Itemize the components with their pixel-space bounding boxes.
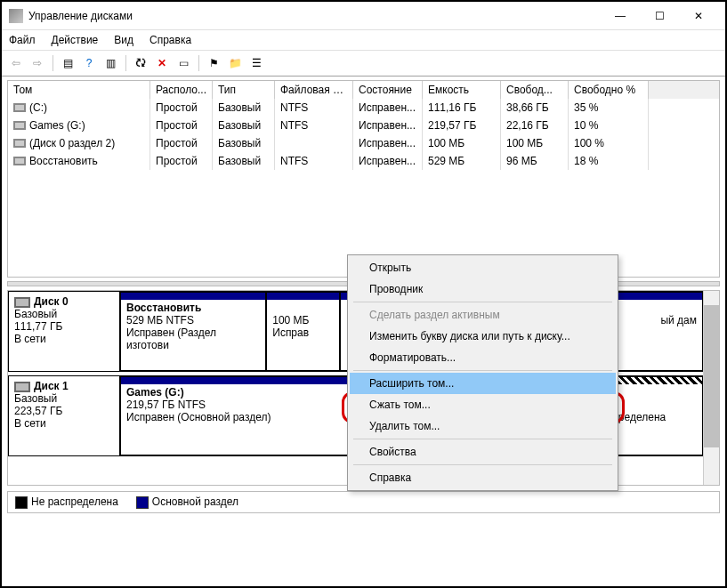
ctx-change-letter[interactable]: Изменить букву диска или путь к диску... (350, 326, 616, 347)
ctx-extend-volume[interactable]: Расширить том... (350, 373, 616, 394)
legend-primary-swatch (136, 496, 149, 509)
ctx-help[interactable]: Справка (350, 467, 616, 488)
menubar: Файл Действие Вид Справка (2, 30, 725, 50)
col-fs[interactable]: Файловая с... (275, 81, 353, 99)
disk-icon (14, 382, 30, 392)
toolbar: ⇦ ⇨ ▤ ? ▥ 🗘 ✕ ▭ ⚑ 📁 ☰ (2, 50, 725, 77)
disk-header[interactable]: Диск 1 Базовый 223,57 ГБ В сети (8, 375, 120, 456)
ctx-make-active: Сделать раздел активным (350, 304, 616, 326)
col-layout[interactable]: Располо... (150, 81, 213, 99)
ctx-explorer[interactable]: Проводник (350, 278, 616, 300)
list-icon[interactable]: ☰ (247, 54, 265, 72)
delete-icon[interactable]: ✕ (153, 54, 171, 72)
volume-list: Том Располо... Тип Файловая с... Состоян… (7, 80, 720, 278)
properties-icon[interactable]: ▭ (174, 54, 192, 72)
col-type[interactable]: Тип (213, 81, 275, 99)
volume-icon (13, 157, 26, 165)
context-menu: Открыть Проводник Сделать раздел активны… (347, 254, 618, 491)
ctx-format[interactable]: Форматировать... (350, 347, 616, 368)
disk-icon (14, 297, 30, 308)
close-button[interactable]: ✕ (679, 5, 718, 27)
volume-list-header: Том Располо... Тип Файловая с... Состоян… (8, 81, 719, 99)
forward-icon: ⇨ (28, 54, 46, 72)
folder-icon[interactable]: 📁 (226, 54, 244, 72)
volume-icon (13, 139, 26, 148)
back-icon: ⇦ (7, 54, 25, 72)
table-row[interactable]: (C:) Простой Базовый NTFS Исправен... 11… (8, 99, 719, 117)
legend: Не распределена Основной раздел (7, 491, 720, 513)
disk-header[interactable]: Диск 0 Базовый 111,77 ГБ В сети (8, 291, 120, 372)
partition[interactable]: Восстановить 529 МБ NTFS Исправен (Разде… (120, 292, 266, 371)
menu-help[interactable]: Справка (149, 34, 191, 46)
menu-action[interactable]: Действие (52, 34, 99, 46)
col-pct[interactable]: Свободно % (569, 81, 649, 99)
help-icon[interactable]: ? (80, 54, 98, 72)
view-detail-icon[interactable]: ▥ (101, 54, 119, 72)
ctx-properties[interactable]: Свойства (350, 441, 616, 463)
menu-view[interactable]: Вид (114, 34, 133, 46)
app-icon (9, 9, 23, 23)
volume-icon (13, 103, 26, 112)
ctx-shrink-volume[interactable]: Сжать том... (350, 394, 616, 415)
menu-file[interactable]: Файл (9, 34, 36, 46)
table-row[interactable]: (Диск 0 раздел 2) Простой Базовый Исправ… (8, 134, 719, 152)
minimize-button[interactable]: — (601, 5, 640, 27)
ctx-open[interactable]: Открыть (350, 257, 616, 278)
col-free[interactable]: Свобод... (501, 81, 569, 99)
flag-icon[interactable]: ⚑ (205, 54, 222, 72)
table-row[interactable]: Восстановить Простой Базовый NTFS Исправ… (8, 152, 719, 170)
partition[interactable]: 100 МБ Исправ (266, 292, 340, 371)
col-capacity[interactable]: Емкость (423, 81, 501, 99)
window-title: Управление дисками (28, 10, 601, 22)
ctx-delete-volume[interactable]: Удалить том... (350, 415, 616, 437)
maximize-button[interactable]: ☐ (640, 5, 679, 27)
vertical-scrollbar[interactable] (703, 291, 719, 485)
col-state[interactable]: Состояние (353, 81, 423, 99)
refresh-icon[interactable]: 🗘 (132, 54, 149, 72)
col-volume[interactable]: Том (8, 81, 150, 99)
legend-unallocated-swatch (15, 496, 28, 509)
view-tiles-icon[interactable]: ▤ (59, 54, 77, 72)
volume-icon (13, 121, 26, 130)
table-row[interactable]: Games (G:) Простой Базовый NTFS Исправен… (8, 117, 719, 134)
